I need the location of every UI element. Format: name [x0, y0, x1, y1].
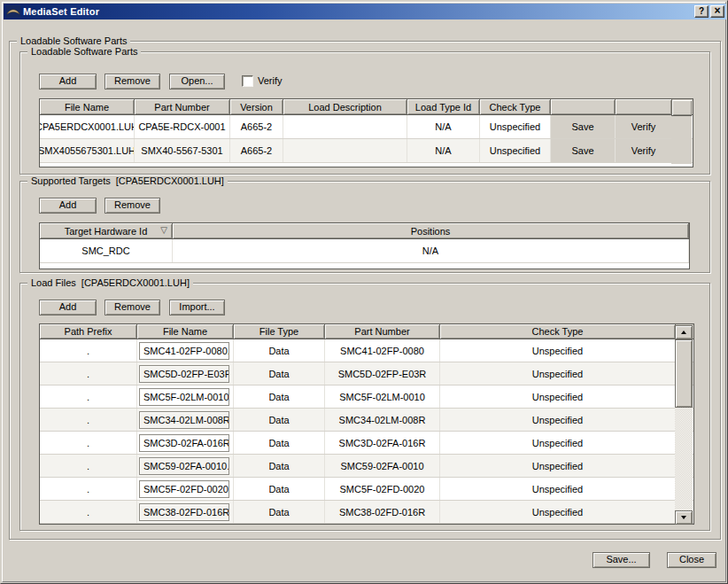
load-files-import-button[interactable]: Import... — [169, 300, 225, 315]
load-files-remove-button[interactable]: Remove — [105, 300, 160, 315]
load-file-row[interactable]: . SMC41-02FP-0080.L... Data SMC41-02FP-0… — [40, 339, 693, 362]
scroll-down-button[interactable] — [675, 510, 693, 525]
parts-col-version[interactable]: Version — [230, 99, 283, 114]
load-file-row[interactable]: . SMC34-02LM-008R.... Data SMC34-02LM-00… — [40, 409, 693, 432]
lf-col-file-name[interactable]: File Name — [137, 324, 234, 339]
targets-col-hardware-id-label: Target Hardware Id — [65, 226, 148, 237]
lf-col-path-prefix[interactable]: Path Prefix — [40, 324, 137, 339]
parts-col-part-number[interactable]: Part Number — [135, 99, 230, 114]
cell-path-prefix: . — [40, 478, 137, 500]
file-name-editbox[interactable]: SMC41-02FP-0080.L... — [139, 342, 229, 360]
load-files-scrollbar[interactable] — [675, 325, 693, 525]
row-save-button[interactable]: Save — [551, 139, 616, 162]
load-file-row[interactable]: . SMC59-02FA-0010.... Data SMC59-02FA-00… — [40, 455, 693, 478]
scroll-up-button[interactable] — [675, 325, 693, 339]
save-button[interactable]: Save... — [592, 552, 650, 568]
cell-check-type: Unspecified — [440, 501, 676, 523]
targets-col-hardware-id[interactable]: Target Hardware Id ▽ — [40, 223, 173, 238]
targets-group-legend: Supported Targets [CPA5ERDCX0001.LUH] — [27, 175, 228, 187]
up-arrow-icon — [681, 328, 686, 334]
parts-table-row[interactable]: SMX4055675301.LUH SMX40-5567-5301 A665-2… — [40, 139, 693, 163]
parts-remove-button[interactable]: Remove — [105, 74, 160, 90]
app-icon — [6, 5, 20, 18]
file-name-editbox[interactable]: SMC34-02LM-008R.... — [139, 411, 229, 429]
cell-path-prefix: . — [40, 409, 137, 431]
target-row[interactable]: SMC_RDC N/A — [40, 239, 689, 263]
load-file-row[interactable]: . SMC5F-02FD-0020.... Data SMC5F-02FD-00… — [40, 478, 693, 501]
parts-col-verify[interactable] — [616, 99, 672, 114]
scrollbar-thumb[interactable] — [675, 339, 693, 408]
parts-col-file-name[interactable]: File Name — [40, 99, 135, 114]
parts-col-load-description[interactable]: Load Description — [283, 99, 407, 114]
scrollbar-track[interactable] — [675, 408, 693, 510]
cell-part-number: SMC3D-02FA-016R — [325, 432, 440, 454]
file-name-editbox[interactable]: SMC38-02FD-016R.... — [139, 503, 229, 521]
cell-check-type: Unspecified — [440, 339, 676, 362]
titlebar[interactable]: MediaSet Editor ? × — [4, 4, 726, 19]
cell-file-name: SMC5D-02FP-E03R.... — [137, 362, 234, 385]
load-files-table: Path Prefix File Name File Type Part Num… — [39, 323, 694, 525]
lf-col-part-number[interactable]: Part Number — [325, 324, 440, 339]
table-empty-strip — [40, 163, 693, 167]
row-verify-button[interactable]: Verify — [616, 115, 672, 138]
row-verify-button[interactable]: Verify — [616, 139, 672, 162]
cell-check-type: Unspecified — [440, 455, 676, 477]
supported-targets-table: Target Hardware Id ▽ Positions SMC_RDC N… — [39, 222, 690, 269]
table-empty-strip — [40, 263, 689, 269]
load-file-row[interactable]: . SMC38-02FD-016R.... Data SMC38-02FD-01… — [40, 501, 693, 524]
parts-table-header: File Name Part Number Version Load Descr… — [40, 99, 693, 115]
parts-table-row[interactable]: CPA5ERDCX0001.LUH CPA5E-RDCX-0001 A665-2… — [40, 115, 693, 139]
cell-part-number: SMC5F-02FD-0020 — [325, 478, 440, 500]
targets-add-button[interactable]: Add — [39, 198, 97, 214]
cell-part-number: SMX40-5567-5301 — [135, 139, 230, 162]
load-file-row[interactable]: . SMC5D-02FP-E03R.... Data SMC5D-02FP-E0… — [40, 362, 693, 385]
down-arrow-icon — [681, 516, 686, 522]
cell-path-prefix: . — [40, 501, 137, 523]
load-files-add-button[interactable]: Add — [39, 300, 97, 315]
mediaset-editor-window: MediaSet Editor ? × Loadable Software Pa… — [0, 0, 728, 584]
cell-file-name: SMC5F-02FD-0020.... — [137, 478, 234, 500]
cell-file-type: Data — [234, 432, 325, 454]
targets-col-positions[interactable]: Positions — [173, 223, 689, 238]
parts-open-button[interactable]: Open... — [169, 74, 225, 90]
file-name-editbox[interactable]: SMC59-02FA-0010.... — [139, 457, 229, 475]
cell-check-type: Unspecified — [480, 139, 551, 162]
cell-part-number: SMC41-02FP-0080 — [325, 339, 440, 362]
targets-remove-button[interactable]: Remove — [105, 198, 160, 214]
parts-table-scroll-gutter — [671, 100, 692, 164]
cell-positions: N/A — [173, 239, 689, 262]
parts-group-legend: Loadable Software Parts — [27, 46, 141, 58]
cell-part-number: SMC5D-02FP-E03R — [325, 362, 440, 385]
help-button[interactable]: ? — [694, 5, 709, 18]
parts-col-check-type[interactable]: Check Type — [480, 99, 551, 114]
parts-col-load-type-id[interactable]: Load Type Id — [407, 99, 480, 114]
cell-check-type: Unspecified — [440, 362, 676, 385]
load-file-row[interactable]: . SMC3D-02FA-016R.... Data SMC3D-02FA-01… — [40, 432, 693, 455]
close-dialog-button[interactable]: Close — [667, 552, 716, 568]
verify-checkbox-label[interactable]: Verify — [258, 75, 283, 87]
lf-col-check-type[interactable]: Check Type — [440, 324, 676, 339]
file-name-editbox[interactable]: SMC3D-02FA-016R.... — [139, 434, 229, 452]
cell-file-name: SMC38-02FD-016R.... — [137, 501, 234, 523]
cell-load-description — [283, 139, 407, 162]
file-name-editbox[interactable]: SMC5F-02LM-0010.... — [139, 388, 229, 406]
cell-path-prefix: . — [40, 339, 137, 362]
lf-col-file-type[interactable]: File Type — [234, 324, 325, 339]
parts-col-save[interactable] — [551, 99, 616, 114]
cell-check-type: Unspecified — [440, 385, 676, 408]
cell-load-type-id: N/A — [407, 139, 480, 162]
cell-file-name: CPA5ERDCX0001.LUH — [40, 115, 135, 138]
cell-load-type-id: N/A — [407, 115, 480, 138]
cell-check-type: Unspecified — [440, 409, 676, 431]
file-name-editbox[interactable]: SMC5F-02FD-0020.... — [139, 480, 229, 498]
cell-part-number: SMC34-02LM-008R — [325, 409, 440, 431]
verify-checkbox[interactable] — [242, 75, 253, 87]
file-name-editbox[interactable]: SMC5D-02FP-E03R.... — [139, 365, 229, 383]
sort-descending-icon: ▽ — [160, 225, 167, 235]
parts-add-button[interactable]: Add — [39, 74, 97, 90]
load-file-row[interactable]: . SMC5F-02LM-0010.... Data SMC5F-02LM-00… — [40, 385, 693, 409]
cell-file-name: SMC41-02FP-0080.L... — [137, 339, 234, 362]
close-button[interactable]: × — [710, 5, 724, 18]
parts-table-corner — [671, 100, 692, 116]
row-save-button[interactable]: Save — [551, 115, 616, 138]
